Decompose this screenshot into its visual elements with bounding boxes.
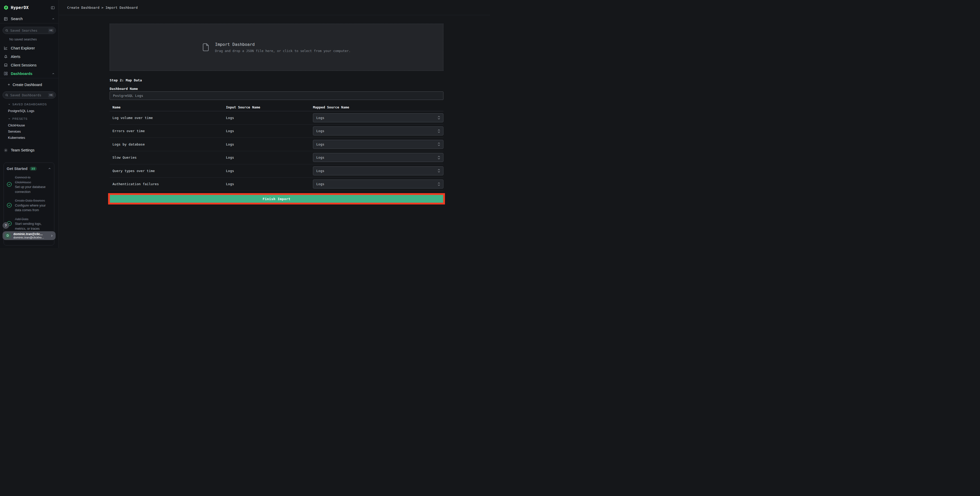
sidebar-item-kubernetes[interactable]: Kubernetes (3, 136, 55, 140)
row-input-source: Logs (226, 142, 313, 146)
step-label: Step 2: Map Data (110, 78, 444, 82)
row-input-source: Logs (226, 116, 313, 120)
saved-dashboards-placeholder: Saved Dashboards (10, 93, 46, 97)
saved-dashboards-section-header[interactable]: SAVED DASHBOARDS (3, 103, 55, 106)
row-name: Query types over time (110, 169, 226, 173)
nav-label: Client Sessions (11, 63, 37, 67)
sidebar-item-chart-explorer[interactable]: Chart Explorer (3, 44, 55, 52)
logo-row: HyperDX (3, 0, 55, 10)
create-dashboard-button[interactable]: Create Dashboard (3, 82, 55, 87)
mapped-source-select[interactable]: Logs (313, 126, 444, 136)
search-section-label: Search (11, 17, 23, 21)
import-content: Import Dashboard Drag and drop a JSON fi… (110, 15, 444, 204)
mapped-source-select[interactable]: Logs (313, 166, 444, 175)
table-row: Log volume over time Logs Logs (110, 111, 444, 124)
gear-icon (3, 148, 8, 153)
sidebar-collapse-icon[interactable] (51, 6, 55, 10)
row-name: Authentication failures (110, 182, 226, 186)
get-started-item-add-data[interactable]: Add Data Start sending logs, metrics, or… (7, 217, 51, 231)
sidebar-item-alerts[interactable]: Alerts (3, 52, 55, 61)
get-started-item-connect[interactable]: Connect to ClickHouse Set up your databa… (7, 175, 51, 194)
chevron-up-down-icon (438, 129, 440, 133)
dashboard-name-label: Dashboard Name (110, 87, 444, 91)
sidebar-item-search[interactable]: Search (3, 16, 55, 21)
get-started-item-text: Create Data Sources Configure where your… (15, 198, 47, 212)
shortcut-badge: ⌘K (48, 28, 54, 33)
import-dropzone[interactable]: Import Dashboard Drag and drop a JSON fi… (110, 24, 444, 71)
table-row: Errors over time Logs Logs (110, 124, 444, 138)
table-row: Slow Queries Logs Logs (110, 151, 444, 164)
get-started-item-title: Add Data (15, 217, 28, 221)
nav-label: Alerts (11, 54, 20, 59)
sidebar-item-clickhouse[interactable]: ClickHouse (3, 123, 55, 128)
get-started-item-text: Add Data Start sending logs, metrics, or… (15, 217, 47, 231)
row-name: Errors over time (110, 129, 226, 133)
help-button[interactable]: ? (3, 222, 9, 229)
mapped-source-select[interactable]: Logs (313, 140, 444, 149)
get-started-item-sources[interactable]: Create Data Sources Configure where your… (7, 198, 51, 212)
breadcrumb: Create Dashboard > Import Dashboard (67, 6, 138, 10)
sidebar-item-dashboards[interactable]: Dashboards (3, 69, 55, 78)
chevron-up-down-icon (438, 142, 440, 146)
dropzone-subtitle: Drag and drop a JSON file here, or click… (215, 49, 351, 53)
chevron-up-down-icon (438, 182, 440, 186)
saved-dashboards-input[interactable]: Saved Dashboards ⌘K (3, 91, 56, 99)
nav-label: Chart Explorer (11, 46, 35, 50)
select-value: Logs (316, 142, 324, 146)
sidebar-item-team-settings[interactable]: Team Settings (3, 148, 55, 153)
select-value: Logs (316, 182, 324, 186)
user-menu[interactable]: D dominic.tran@clic... dominic.tran@clic… (3, 231, 56, 240)
mapping-table: Name Input Source Name Mapped Source Nam… (110, 104, 444, 191)
chevron-down-icon (8, 117, 11, 120)
column-header-name: Name (110, 105, 226, 109)
column-header-mapped-source: Mapped Source Name (313, 105, 444, 109)
line-chart-icon (3, 46, 8, 50)
journal-search-icon (3, 17, 8, 21)
dashboard-name-input[interactable] (110, 91, 444, 100)
get-started-item-text: Connect to ClickHouse Set up your databa… (15, 175, 47, 194)
table-row: Authentication failures Logs Logs (110, 178, 444, 191)
row-input-source: Logs (226, 129, 313, 133)
select-value: Logs (316, 116, 324, 120)
check-circle-icon (7, 203, 12, 208)
magnifier-icon (5, 29, 8, 32)
main-area: Create Dashboard > Import Dashboard Impo… (59, 0, 490, 248)
check-circle-icon (7, 182, 12, 187)
mapped-source-select[interactable]: Logs (313, 153, 444, 162)
get-started-item-desc: Configure where your data comes from (15, 204, 46, 212)
finish-import-button[interactable]: Finish Import (110, 195, 443, 203)
section-header-label: SAVED DASHBOARDS (12, 103, 47, 106)
row-name: Slow Queries (110, 156, 226, 159)
saved-searches-placeholder: Saved Searches (10, 29, 46, 32)
sidebar-item-client-sessions[interactable]: Client Sessions (3, 61, 55, 69)
sidebar-divider (0, 78, 59, 78)
table-row: Query types over time Logs Logs (110, 164, 444, 178)
presets-section-header[interactable]: PRESETS (3, 117, 55, 120)
page-header: Create Dashboard > Import Dashboard (59, 0, 490, 15)
app-title: HyperDX (11, 5, 29, 10)
saved-searches-input[interactable]: Saved Searches ⌘K (3, 27, 56, 34)
avatar: D (5, 232, 11, 239)
file-icon (202, 43, 209, 51)
table-row: Logs by database Logs Logs (110, 138, 444, 151)
get-started-item-title: Connect to ClickHouse (15, 175, 31, 184)
mapped-source-select[interactable]: Logs (313, 180, 444, 188)
chevron-up-down-icon (438, 156, 440, 159)
nav-label: Dashboards (11, 72, 32, 76)
chevron-down-icon (8, 103, 11, 105)
sidebar: HyperDX Search Saved Searches ⌘K No sa (0, 0, 59, 248)
mapped-source-select[interactable]: Logs (313, 113, 444, 122)
get-started-header[interactable]: Get Started 3/3 (7, 166, 51, 171)
sidebar-divider (0, 23, 59, 24)
dropzone-title: Import Dashboard (215, 42, 351, 47)
row-input-source: Logs (226, 169, 313, 173)
annotation-highlight: Finish Import (108, 193, 445, 204)
get-started-title: Get Started (7, 166, 27, 171)
section-header-label: PRESETS (12, 117, 27, 120)
sidebar-item-services[interactable]: Services (3, 129, 55, 134)
dashboard-grid-icon (3, 71, 8, 76)
sidebar-item-postgresql-logs[interactable]: PostgreSQL Logs (3, 109, 55, 113)
select-value: Logs (316, 156, 324, 159)
row-name: Logs by database (110, 142, 226, 146)
row-name: Log volume over time (110, 116, 226, 120)
